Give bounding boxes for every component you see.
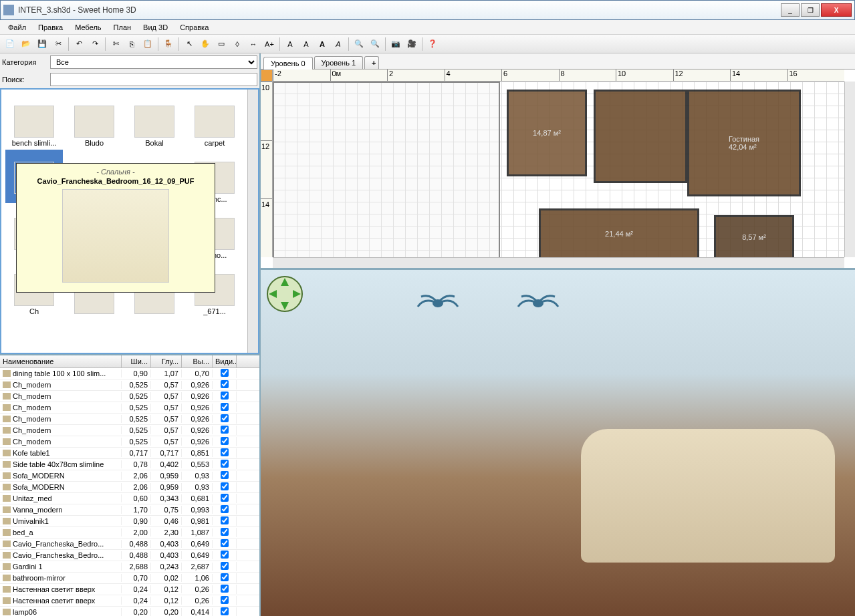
- table-row[interactable]: Umivalnik10,900,460,981: [0, 516, 259, 527]
- text-smaller-icon[interactable]: A: [299, 37, 314, 51]
- table-row[interactable]: lamp060,200,200,414: [0, 607, 259, 616]
- plan-room[interactable]: [594, 90, 687, 183]
- help-icon[interactable]: ❓: [425, 37, 440, 51]
- plan-room[interactable]: 8,57 м²: [714, 215, 794, 259]
- plan-canvas[interactable]: 14,87 м² Гостиная42,04 м² 21,44 м² 8,57 …: [273, 82, 844, 257]
- plan-room[interactable]: 14,87 м²: [507, 90, 587, 176]
- visibility-checkbox[interactable]: [221, 596, 229, 604]
- visibility-checkbox[interactable]: [221, 426, 229, 434]
- text-icon[interactable]: A+: [262, 37, 277, 51]
- table-row[interactable]: Ch_modern0,5250,570,926: [0, 379, 259, 391]
- cut-icon[interactable]: ✄: [108, 37, 123, 51]
- paste-icon[interactable]: 📋: [140, 37, 155, 51]
- table-row[interactable]: Настенная светит вверх0,240,120,26: [0, 595, 259, 607]
- visibility-checkbox[interactable]: [221, 551, 229, 559]
- select-icon[interactable]: ↖: [182, 37, 197, 51]
- visibility-checkbox[interactable]: [221, 528, 229, 536]
- menu-plan[interactable]: План: [108, 22, 137, 33]
- italic-icon[interactable]: A: [331, 37, 346, 51]
- visibility-checkbox[interactable]: [221, 380, 229, 388]
- video-icon[interactable]: 🎥: [404, 37, 419, 51]
- dimension-icon[interactable]: ↔: [246, 37, 261, 51]
- text-bigger-icon[interactable]: A: [283, 37, 297, 51]
- room-icon[interactable]: ◊: [230, 37, 245, 51]
- table-row[interactable]: Sofa_MODERN2,060,9590,93: [0, 482, 259, 493]
- undo-icon[interactable]: ↶: [72, 37, 86, 51]
- visibility-checkbox[interactable]: [221, 471, 229, 479]
- redo-icon[interactable]: ↷: [88, 37, 102, 51]
- zoom-out-icon[interactable]: 🔍: [368, 37, 382, 51]
- catalog-item[interactable]: carpet: [186, 94, 243, 147]
- plan-scrollbar-v[interactable]: [844, 82, 855, 257]
- catalog-scrollbar[interactable]: [247, 90, 258, 353]
- table-row[interactable]: Cavio_Francheska_Bedro...0,4880,4030,649: [0, 538, 259, 550]
- table-row[interactable]: dining table 100 x 100 slim...0,901,070,…: [0, 368, 259, 379]
- search-input[interactable]: [50, 73, 257, 86]
- save-icon[interactable]: 💾: [35, 37, 49, 51]
- visibility-checkbox[interactable]: [221, 392, 229, 400]
- copy-icon[interactable]: ⎘: [124, 37, 139, 51]
- category-select[interactable]: Все: [50, 55, 257, 69]
- plan-room[interactable]: 21,44 м²: [539, 208, 699, 259]
- wall-icon[interactable]: ▭: [214, 37, 229, 51]
- table-row[interactable]: Gardini 12,6880,2432,687: [0, 561, 259, 573]
- visibility-checkbox[interactable]: [221, 460, 229, 468]
- visibility-checkbox[interactable]: [221, 585, 229, 593]
- ruler-origin-icon[interactable]: [261, 69, 273, 82]
- table-row[interactable]: Настенная светит вверх0,240,120,26: [0, 584, 259, 595]
- menu-edit[interactable]: Правка: [33, 22, 68, 33]
- menu-file[interactable]: Файл: [3, 22, 31, 33]
- new-icon[interactable]: 📄: [3, 37, 17, 51]
- visibility-checkbox[interactable]: [221, 516, 229, 524]
- minimize-button[interactable]: _: [781, 3, 800, 17]
- visibility-checkbox[interactable]: [221, 403, 229, 411]
- 3d-view[interactable]: [261, 270, 855, 616]
- pan-icon[interactable]: ✋: [198, 37, 213, 51]
- add-furniture-icon[interactable]: 🪑: [161, 37, 176, 51]
- table-row[interactable]: Unitaz_med0,600,3430,681: [0, 493, 259, 504]
- table-row[interactable]: Ch_modern0,5250,570,926: [0, 425, 259, 436]
- tab-add[interactable]: +: [364, 56, 379, 69]
- tab-level-0[interactable]: Уровень 0: [263, 57, 313, 69]
- 3d-nav-compass[interactable]: [266, 275, 303, 313]
- table-row[interactable]: Ch_modern0,5250,570,926: [0, 414, 259, 425]
- visibility-checkbox[interactable]: [221, 369, 229, 377]
- table-row[interactable]: Ch_modern0,5250,570,926: [0, 436, 259, 448]
- table-row[interactable]: bed_a2,002,301,087: [0, 527, 259, 538]
- menu-3dview[interactable]: Вид 3D: [138, 22, 173, 33]
- visibility-checkbox[interactable]: [221, 573, 229, 581]
- visibility-checkbox[interactable]: [221, 482, 229, 490]
- table-row[interactable]: bathroom-mirror0,700,021,06: [0, 573, 259, 584]
- table-row[interactable]: Cavio_Francheska_Bedro...0,4880,4030,649: [0, 550, 259, 561]
- visibility-checkbox[interactable]: [221, 562, 229, 570]
- furniture-list-header[interactable]: Наименование Ши... Глу... Вы... Види...: [0, 355, 259, 368]
- visibility-checkbox[interactable]: [221, 539, 229, 547]
- table-row[interactable]: Vanna_modern1,700,750,993: [0, 504, 259, 516]
- catalog-item[interactable]: Bokal: [126, 94, 183, 147]
- tab-level-1[interactable]: Уровень 1: [314, 56, 364, 69]
- table-row[interactable]: Kofe table10,7170,7170,851: [0, 448, 259, 459]
- table-row[interactable]: Side table 40x78cm slimline0,780,4020,55…: [0, 459, 259, 470]
- plan-view[interactable]: -20м246810121416 101214 14,87 м² Гостина…: [261, 69, 855, 270]
- visibility-checkbox[interactable]: [221, 505, 229, 513]
- visibility-checkbox[interactable]: [221, 494, 229, 502]
- catalog-item[interactable]: Bludo: [66, 94, 123, 147]
- plan-room[interactable]: Гостиная42,04 м²: [687, 90, 801, 196]
- photo-icon[interactable]: 📷: [388, 37, 403, 51]
- visibility-checkbox[interactable]: [221, 607, 229, 615]
- menu-help[interactable]: Справка: [174, 22, 214, 33]
- table-row[interactable]: Sofa_MODERN2,060,9590,93: [0, 470, 259, 482]
- settings-icon[interactable]: ✂: [51, 37, 66, 51]
- menu-furniture[interactable]: Мебель: [70, 22, 106, 33]
- close-button[interactable]: X: [821, 3, 852, 17]
- plan-scrollbar-h[interactable]: [273, 257, 844, 268]
- open-icon[interactable]: 📂: [19, 37, 33, 51]
- table-row[interactable]: Ch_modern0,5250,570,926: [0, 402, 259, 414]
- catalog-item[interactable]: bench slimli...: [5, 94, 63, 147]
- visibility-checkbox[interactable]: [221, 437, 229, 445]
- visibility-checkbox[interactable]: [221, 414, 229, 422]
- zoom-in-icon[interactable]: 🔍: [352, 37, 366, 51]
- visibility-checkbox[interactable]: [221, 448, 229, 456]
- table-row[interactable]: Ch_modern0,5250,570,926: [0, 391, 259, 402]
- bold-icon[interactable]: A: [315, 37, 330, 51]
